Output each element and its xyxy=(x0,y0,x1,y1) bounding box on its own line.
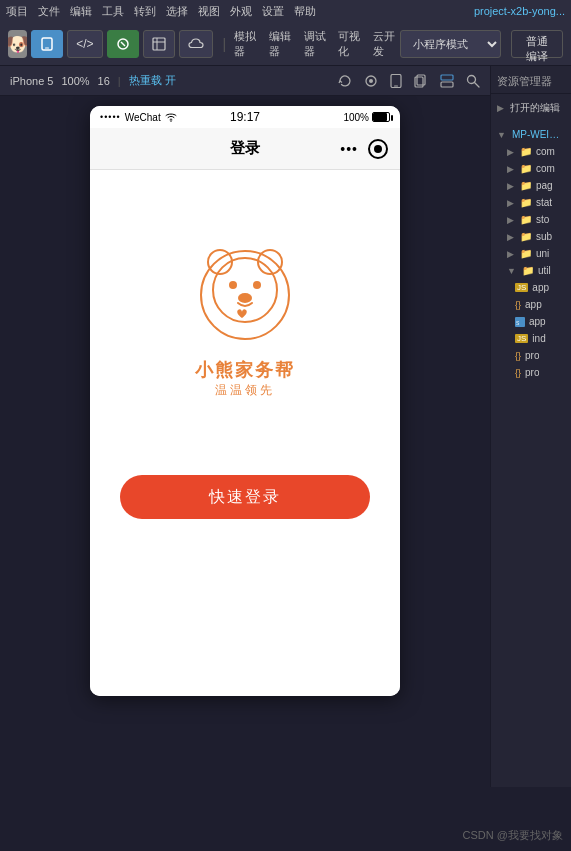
sidebar-item-appwxss[interactable]: S app xyxy=(491,313,571,330)
bear-subtitle: 温温领先 xyxy=(195,382,295,399)
menu-tool[interactable]: 工具 xyxy=(102,4,124,19)
watermark: CSDN @我要找对象 xyxy=(463,828,563,843)
visual-btn[interactable] xyxy=(143,30,175,58)
stat-expand-icon: ▶ xyxy=(507,198,514,208)
device-bar: iPhone 5 100% 16 | 热重载 开 xyxy=(0,66,490,96)
sidebar-item-stat[interactable]: ▶ 📁 stat xyxy=(491,194,571,211)
svg-line-16 xyxy=(475,82,480,87)
mode-select[interactable]: 小程序模式 xyxy=(400,30,501,58)
record-icon[interactable] xyxy=(364,74,378,88)
sidebar-item-appjson[interactable]: {} app xyxy=(491,296,571,313)
navbar-circle-btn[interactable] xyxy=(368,139,388,159)
sidebar-item-com2[interactable]: ▶ 📁 com xyxy=(491,160,571,177)
simulator-btn[interactable] xyxy=(31,30,63,58)
appwxss-label: app xyxy=(529,316,546,327)
menu-file[interactable]: 文件 xyxy=(38,4,60,19)
tabs-icon[interactable] xyxy=(440,74,454,88)
svg-rect-14 xyxy=(441,82,453,87)
status-right: 100% xyxy=(260,112,390,123)
menu-settings[interactable]: 设置 xyxy=(262,4,284,19)
hot-reload-btn[interactable]: 热重载 开 xyxy=(129,73,176,88)
refresh-icon[interactable] xyxy=(338,74,352,88)
debugger-btn[interactable] xyxy=(107,30,139,58)
device-scale: 100% xyxy=(61,75,89,87)
sidebar-item-projson1[interactable]: {} pro xyxy=(491,347,571,364)
project-expand-icon: ▼ xyxy=(497,130,506,140)
svg-rect-1 xyxy=(45,47,49,48)
battery-icon xyxy=(372,112,390,122)
menu-edit[interactable]: 编辑 xyxy=(70,4,92,19)
sidebar-item-com1[interactable]: ▶ 📁 com xyxy=(491,143,571,160)
sub-folder-icon: 📁 xyxy=(520,231,532,242)
code-icon: </> xyxy=(76,37,93,51)
menu-help[interactable]: 帮助 xyxy=(294,4,316,19)
wxss-icon: S xyxy=(515,317,525,327)
sidebar-item-pag[interactable]: ▶ 📁 pag xyxy=(491,177,571,194)
open-editors-label: 打开的编辑 xyxy=(510,101,560,115)
uni-expand-icon: ▶ xyxy=(507,249,514,259)
quick-login-btn[interactable]: 快速登录 xyxy=(120,475,370,519)
bear-text: 小熊家务帮 温温领先 xyxy=(195,358,295,399)
sidebar-item-indjs[interactable]: JS ind xyxy=(491,330,571,347)
editor-btn[interactable]: </> xyxy=(67,30,102,58)
json-badge-app: {} xyxy=(515,300,521,310)
js-badge-app: JS xyxy=(515,283,528,292)
sidebar-item-uni[interactable]: ▶ 📁 uni xyxy=(491,245,571,262)
menu-project[interactable]: 项目 xyxy=(6,4,28,19)
simulator-label: 模拟器 xyxy=(234,29,257,59)
sto-label: sto xyxy=(536,214,549,225)
menu-appearance[interactable]: 外观 xyxy=(230,4,252,19)
phone-outline-icon[interactable] xyxy=(390,74,402,88)
status-left: ••••• WeChat xyxy=(100,112,230,123)
copy-icon[interactable] xyxy=(414,74,428,88)
pag-folder-icon: 📁 xyxy=(520,180,532,191)
menu-view[interactable]: 视图 xyxy=(198,4,220,19)
sidebar-item-sto[interactable]: ▶ 📁 sto xyxy=(491,211,571,228)
navbar-dots[interactable]: ••• xyxy=(340,141,358,157)
sidebar-item-appjs[interactable]: JS app xyxy=(491,279,571,296)
sidebar-open-editors-item[interactable]: ▶ 打开的编辑 xyxy=(491,98,571,118)
device-name: iPhone 5 xyxy=(10,75,53,87)
uni-folder-icon: 📁 xyxy=(520,248,532,259)
sidebar-header: 资源管理器 xyxy=(491,66,571,94)
com1-expand-icon: ▶ xyxy=(507,147,514,157)
wifi-icon xyxy=(165,112,177,122)
bar-separator: | xyxy=(118,75,121,87)
sidebar-item-sub[interactable]: ▶ 📁 sub xyxy=(491,228,571,245)
top-menubar: 项目 文件 编辑 工具 转到 选择 视图 外观 设置 帮助 project-x2… xyxy=(0,0,571,22)
json-badge-pro1: {} xyxy=(515,351,521,361)
svg-point-8 xyxy=(369,79,373,83)
sidebar-open-editors: ▶ 打开的编辑 xyxy=(491,94,571,122)
menu-select[interactable]: 选择 xyxy=(166,4,188,19)
battery-fill xyxy=(373,113,387,121)
sidebar-project-item[interactable]: ▼ MP-WEIXIN xyxy=(491,126,571,143)
cloud-icon xyxy=(188,38,204,50)
appjs-label: app xyxy=(532,282,549,293)
compile-btn[interactable]: 普通编译 xyxy=(511,30,563,58)
carrier-name: WeChat xyxy=(125,112,161,123)
cloud-btn[interactable] xyxy=(179,30,213,58)
sto-expand-icon: ▶ xyxy=(507,215,514,225)
bear-logo-container: 小熊家务帮 温温领先 xyxy=(185,230,305,399)
status-time: 19:17 xyxy=(230,110,260,124)
phone-content: 小熊家务帮 温温领先 快速登录 xyxy=(90,170,400,696)
sidebar-project: ▼ MP-WEIXIN ▶ 📁 com ▶ 📁 com ▶ 📁 pag xyxy=(491,122,571,385)
main-layout: iPhone 5 100% 16 | 热重载 开 xyxy=(0,66,571,787)
navbar-circle-dot xyxy=(374,145,382,153)
pag-expand-icon: ▶ xyxy=(507,181,514,191)
sidebar-item-util[interactable]: ▼ 📁 util xyxy=(491,262,571,279)
projson2-label: pro xyxy=(525,367,539,378)
menu-goto[interactable]: 转到 xyxy=(134,4,156,19)
editor-label: 编辑器 xyxy=(269,29,292,59)
svg-rect-13 xyxy=(441,75,453,80)
navbar-right: ••• xyxy=(340,139,388,159)
menu-devtools[interactable]: project-x2b-yong... xyxy=(474,5,565,17)
file-explorer: 资源管理器 ▶ 打开的编辑 ▼ MP-WEIXIN ▶ 📁 com ▶ 📁 co xyxy=(490,66,571,787)
search-icon[interactable] xyxy=(466,74,480,88)
battery-percent: 100% xyxy=(343,112,369,123)
navbar-title: 登录 xyxy=(230,139,260,158)
sto-folder-icon: 📁 xyxy=(520,214,532,225)
simulator-panel: iPhone 5 100% 16 | 热重载 开 xyxy=(0,66,490,787)
sidebar-item-projson2[interactable]: {} pro xyxy=(491,364,571,381)
svg-point-17 xyxy=(170,120,172,122)
